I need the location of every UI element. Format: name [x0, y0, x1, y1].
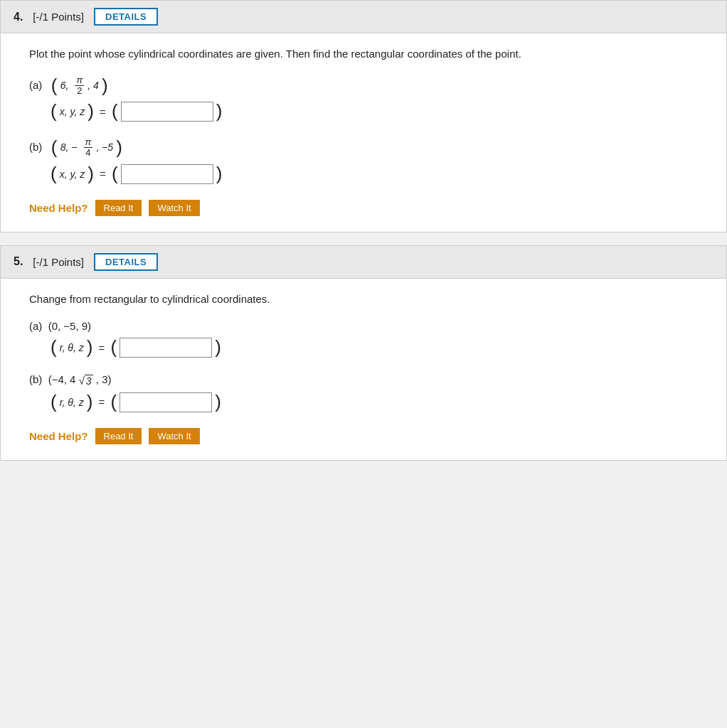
problem-5-sub-b-answer-row: ( r, θ, z ) = ( )	[51, 392, 705, 412]
fraction-pi-2: π 2	[75, 75, 84, 97]
problem-4-watch-it-btn[interactable]: Watch It	[149, 200, 199, 216]
problem-5-sub-b: (b) (−4, 4 √3 , 3) ( r, θ, z ) = ( )	[29, 373, 705, 412]
problem-4-sub-a-label: (a) ( 6, π 2 , 4 )	[29, 75, 705, 97]
problem-5-points: [-/1 Points]	[33, 256, 84, 268]
problem-4-points: [-/1 Points]	[33, 11, 84, 23]
problem-4-sub-b-input[interactable]	[121, 164, 213, 184]
fraction-pi-4: π 4	[84, 137, 93, 159]
problem-4-sub-b-answer-row: ( x, y, z ) = ( )	[51, 164, 705, 184]
problem-5-sub-a: (a) (0, −5, 9) ( r, θ, z ) = ( )	[29, 320, 705, 358]
open-paren-a4: (	[51, 75, 58, 96]
sqrt-3: √3	[79, 375, 93, 387]
close-paren-b4: )	[116, 136, 122, 158]
problem-4-sub-a-input[interactable]	[121, 102, 213, 122]
problem-4-number: 4.	[14, 11, 23, 23]
problem-4-read-it-btn[interactable]: Read It	[95, 200, 142, 216]
problem-5: 5. [-/1 Points] DETAILS Change from rect…	[0, 245, 727, 461]
problem-4-details-btn[interactable]: DETAILS	[94, 8, 158, 26]
problem-5-watch-it-btn[interactable]: Watch It	[149, 428, 199, 444]
close-paren-a4: )	[102, 75, 108, 96]
open-paren-b4: (	[51, 136, 58, 158]
problem-5-sub-a-input[interactable]	[120, 338, 212, 358]
problem-4-sub-a-answer-row: ( x, y, z ) = ( )	[51, 102, 705, 122]
problem-4-need-help-label: Need Help?	[29, 202, 88, 214]
problem-5-body: Change from rectangular to cylindrical c…	[1, 279, 726, 460]
problem-5-read-it-btn[interactable]: Read It	[95, 428, 142, 444]
problem-4-body: Plot the point whose cylindrical coordin…	[1, 33, 726, 232]
problem-4: 4. [-/1 Points] DETAILS Plot the point w…	[0, 0, 727, 232]
problem-5-sub-a-label: (a) (0, −5, 9)	[29, 320, 705, 332]
problem-5-description: Change from rectangular to cylindrical c…	[29, 291, 705, 308]
problem-4-sub-a: (a) ( 6, π 2 , 4 ) ( x, y, z ) = ( )	[29, 75, 705, 122]
problem-5-header: 5. [-/1 Points] DETAILS	[1, 246, 726, 279]
problem-5-sub-b-input[interactable]	[120, 392, 212, 412]
problem-5-sub-a-answer-row: ( r, θ, z ) = ( )	[51, 338, 705, 358]
problem-4-need-help-row: Need Help? Read It Watch It	[29, 200, 705, 216]
problem-5-number: 5.	[14, 255, 23, 268]
problem-5-sub-b-label: (b) (−4, 4 √3 , 3)	[29, 373, 705, 387]
problem-5-need-help-label: Need Help?	[29, 430, 88, 442]
problem-4-sub-b-label: (b) ( 8, − π 4 , −5 )	[29, 137, 705, 159]
problem-4-header: 4. [-/1 Points] DETAILS	[1, 1, 726, 33]
problem-4-description: Plot the point whose cylindrical coordin…	[29, 46, 705, 63]
problem-5-need-help-row: Need Help? Read It Watch It	[29, 428, 705, 444]
problem-4-sub-b: (b) ( 8, − π 4 , −5 ) ( x, y, z ) = ( )	[29, 137, 705, 184]
problem-5-details-btn[interactable]: DETAILS	[94, 253, 158, 271]
